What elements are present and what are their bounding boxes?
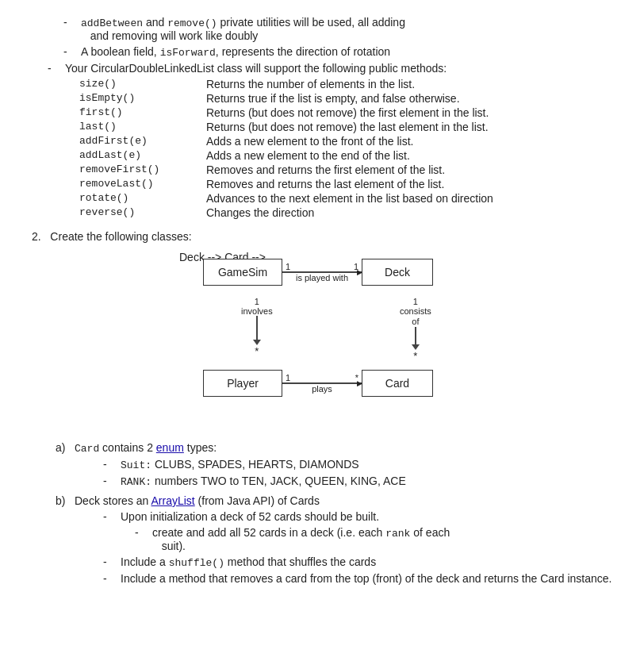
right-vert-num: 1 (413, 297, 418, 306)
enum-link[interactable]: enum (156, 441, 184, 454)
dash-icon: - (63, 16, 76, 42)
uml-right-vert: 1 consistsof * (400, 297, 431, 362)
create-text: create and add all 52 cards in a deck (i… (152, 526, 450, 552)
suit-bullet: - Suit: CLUBS, SPADES, HEARTS, DIAMONDS (103, 458, 612, 471)
method-removefirst-desc: Removes and returns the first element of… (206, 163, 612, 176)
top-line: ▶ (282, 271, 362, 273)
section2-num: 2. (32, 230, 41, 243)
shuffle-code: shuffle() (169, 557, 224, 569)
rank-text: RANK: numbers TWO to TEN, JACK, QUEEN, K… (121, 475, 406, 488)
dash-icon2: - (63, 45, 76, 59)
uml-diagram: Deck --> GameSim 1 1 ▶ (179, 251, 465, 425)
top-arrow-label: is played with (296, 273, 348, 282)
top-connector-labels: 1 1 (282, 262, 362, 271)
method-rotate-desc: Advances to the next element in the list… (206, 192, 612, 205)
right-vert-label: consistsof (400, 306, 431, 327)
dash-create: - (135, 526, 148, 552)
remove-card-text: Include a method that removes a card fro… (121, 572, 611, 585)
uml-player-box: Player (203, 370, 282, 397)
part-a-label: a) (56, 441, 75, 455)
method-addlast-desc: Adds a new element to the end of the lis… (206, 149, 612, 162)
method-rotate: rotate() (79, 192, 206, 205)
bullet-isforward-text: A boolean field, isForward, represents t… (81, 45, 390, 59)
init-bullet: - Upon initialization a deck of 52 cards… (103, 510, 612, 523)
rank-code: RANK: (121, 476, 151, 488)
top-section: - addBetween and remove() private utilit… (63, 16, 612, 59)
player-label: Player (227, 377, 259, 390)
method-reverse-desc: Changes the direction (206, 206, 612, 219)
section2-header: 2. Create the following classes: (32, 230, 612, 243)
left-vert-line (256, 316, 258, 340)
dash-rank: - (103, 475, 116, 488)
method-size-desc: Returns the number of elements in the li… (206, 78, 612, 90)
circular-intro-text: Your CircularDoubleLinkedList class will… (65, 62, 447, 75)
part-a: a) Card contains 2 enum types: - Suit: C… (56, 441, 612, 488)
part-b-bullets: - Upon initialization a deck of 52 cards… (103, 510, 612, 585)
arrow-right-icon: ▶ (357, 268, 362, 276)
part-b-text: Deck stores an ArrayList (from Java API)… (75, 494, 320, 507)
suit-text: Suit: CLUBS, SPADES, HEARTS, DIAMONDS (121, 458, 359, 471)
shuffle-text: Include a shuffle() method that shuffles… (121, 555, 376, 569)
method-isempty-desc: Returns true if the list is empty, and f… (206, 92, 612, 105)
main-content: - addBetween and remove() private utilit… (32, 16, 612, 585)
bottom-arrow-label: plays (312, 384, 332, 394)
bottom-line: ▶ (282, 382, 362, 384)
section2-text: Create the following classes: (50, 230, 191, 243)
create-bullet: - create and add all 52 cards in a deck … (135, 526, 612, 552)
method-removefirst: removeFirst() (79, 163, 206, 176)
rank-bullet: - RANK: numbers TWO to TEN, JACK, QUEEN,… (103, 475, 612, 488)
deck-label: Deck (385, 266, 410, 279)
uml-diagram-container: Deck --> GameSim 1 1 ▶ (32, 251, 612, 425)
method-size: size() (79, 78, 206, 90)
right-vert-star: * (413, 350, 417, 362)
remove-card-bullet: - Include a method that removes a card f… (103, 572, 612, 585)
method-addfirst-desc: Adds a new element to the front of the l… (206, 135, 612, 148)
part-b-header: b) Deck stores an ArrayList (from Java A… (56, 494, 612, 507)
part-a-bullets: - Suit: CLUBS, SPADES, HEARTS, DIAMONDS … (103, 458, 612, 488)
method-addlast: addLast(e) (79, 149, 206, 162)
bottom-label-left: 1 (286, 373, 290, 382)
dash-remove: - (103, 572, 116, 585)
bottom-connector-labels: 1 * (282, 373, 362, 382)
circular-intro-bullet: - Your CircularDoubleLinkedList class wi… (48, 62, 612, 75)
uml-left-vert: 1 involves * (241, 297, 273, 357)
card-label: Card (385, 377, 409, 390)
left-vert-num: 1 (255, 297, 259, 306)
gamesim-label: GameSim (218, 266, 267, 279)
sub-bullet-create: - create and add all 52 cards in a deck … (135, 526, 612, 552)
method-removelast: removeLast() (79, 178, 206, 190)
part-b-label: b) (56, 494, 75, 507)
init-text: Upon initialization a deck of 52 cards s… (121, 510, 379, 523)
method-first-desc: Returns (but does not remove) the first … (206, 106, 612, 119)
isforward-code: isForward (160, 47, 216, 59)
uml-bottom-row: Player 1 * ▶ plays C (203, 370, 433, 397)
bottom-arrow-icon: ▶ (357, 379, 362, 387)
uml-top-connector: 1 1 ▶ is played with (282, 262, 362, 282)
methods-table: size() Returns the number of elements in… (79, 78, 612, 219)
method-isempty: isEmpty() (79, 92, 206, 105)
remove-code: remove() (167, 17, 217, 29)
right-vert-line (415, 327, 416, 344)
shuffle-bullet: - Include a shuffle() method that shuffl… (103, 555, 612, 569)
addbetween-code: addBetween (81, 17, 143, 29)
dash-suit: - (103, 458, 116, 471)
method-last: last() (79, 121, 206, 133)
dash-icon3: - (48, 62, 60, 75)
arraylist-link[interactable]: ArrayList (151, 494, 195, 507)
suit-code: Suit: (121, 459, 151, 471)
bullet-isforward: - A boolean field, isForward, represents… (63, 45, 612, 59)
method-reverse: reverse() (79, 206, 206, 219)
part-b: b) Deck stores an ArrayList (from Java A… (56, 494, 612, 585)
uml-top-row: GameSim 1 1 ▶ is played with (203, 259, 433, 286)
uml-gamesim-box: GameSim (203, 259, 282, 286)
left-down-arrow (253, 340, 261, 345)
bullet-addbetween-text: addBetween and remove() private utilitie… (81, 16, 405, 42)
method-removelast-desc: Removes and returns the last element of … (206, 178, 612, 190)
method-first: first() (79, 106, 206, 119)
uml-deck-box: Deck (362, 259, 433, 286)
method-addfirst: addFirst(e) (79, 135, 206, 148)
right-down-arrow (412, 344, 420, 350)
bullet-addbetween: - addBetween and remove() private utilit… (63, 16, 612, 42)
left-vert-star: * (255, 345, 259, 357)
dash-shuffle: - (103, 555, 116, 569)
